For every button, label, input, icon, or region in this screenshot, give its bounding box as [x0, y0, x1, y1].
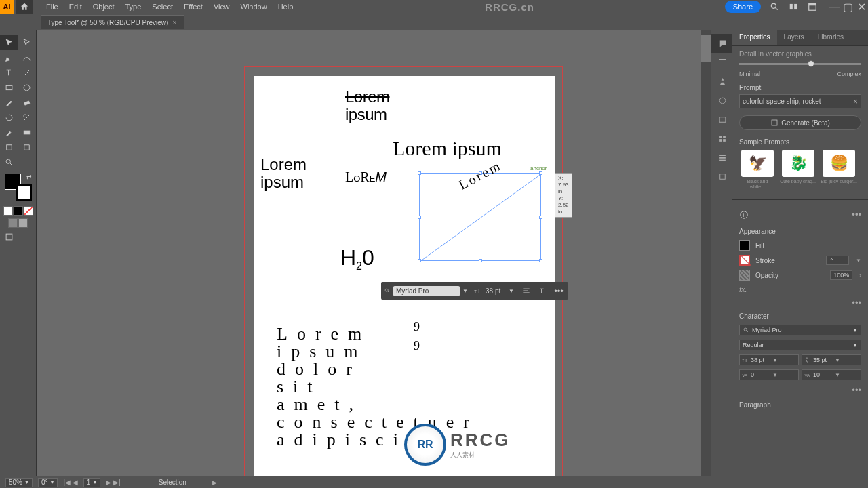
tab-layers[interactable]: Layers — [777, 30, 811, 45]
rectangle-tool[interactable] — [0, 80, 18, 95]
character-more-icon[interactable]: ••• — [852, 385, 861, 395]
rotate-input[interactable]: 0°▼ — [38, 478, 58, 487]
font-family-dropdown[interactable]: Myriad Pro ▼ — [739, 325, 861, 336]
selection-bounding-box[interactable] — [419, 173, 541, 261]
stroke-swatch[interactable] — [739, 255, 750, 266]
more-icon[interactable]: ••• — [852, 209, 861, 220]
text-t5[interactable]: H20 — [340, 245, 374, 272]
artboard-nav-input[interactable]: 1▼ — [83, 478, 101, 487]
text-t2[interactable]: Lorem ipsum — [393, 137, 502, 160]
menu-file[interactable]: File — [41, 3, 64, 11]
area-type-button[interactable]: T — [536, 284, 549, 298]
menu-object[interactable]: Object — [87, 3, 120, 11]
curvature-tool[interactable] — [18, 50, 37, 65]
panel-icon-color[interactable] — [711, 91, 733, 110]
appearance-more-icon[interactable]: ••• — [852, 298, 861, 308]
panel-icon-image[interactable] — [711, 53, 733, 72]
panel-icon-swatches[interactable] — [711, 129, 733, 148]
search-button[interactable] — [768, 0, 781, 14]
home-button[interactable] — [16, 0, 33, 14]
artboard[interactable]: Lorem ipsum Lorem ipsum Lorem ipsum LORE… — [254, 76, 555, 480]
minimize-button[interactable]: — — [827, 0, 841, 14]
opacity-input[interactable]: 100% — [830, 270, 852, 280]
panel-icon-brushes[interactable] — [711, 148, 733, 167]
paragraph-align-button[interactable] — [519, 284, 533, 298]
slice-tool[interactable] — [18, 140, 37, 155]
menu-select[interactable]: Select — [146, 3, 178, 11]
screen-mode-tool[interactable] — [0, 229, 18, 244]
color-mode-solid[interactable] — [3, 206, 13, 216]
hand-tool[interactable] — [18, 155, 37, 169]
menu-effect[interactable]: Effect — [178, 3, 208, 11]
spiral-tool[interactable] — [18, 80, 37, 95]
panel-icon-libraries[interactable] — [711, 110, 733, 129]
text-t3[interactable]: Lorem ipsum — [260, 156, 307, 191]
more-options-button[interactable]: ••• — [552, 284, 566, 298]
text-t7b[interactable]: 9 — [414, 339, 420, 353]
text-t7a[interactable]: 9 — [414, 320, 420, 334]
stroke-width-input[interactable]: ⌃ — [826, 256, 849, 265]
generate-button[interactable]: Generate (Beta) — [739, 115, 861, 130]
close-button[interactable]: ✕ — [854, 0, 868, 14]
share-button[interactable]: Share — [725, 1, 761, 13]
char-track-input[interactable]: VA ▼ — [802, 369, 861, 380]
font-search-icon[interactable] — [384, 287, 391, 294]
font-style-dropdown[interactable]: Regular ▼ — [739, 340, 861, 350]
sample-prompt-1[interactable]: 🦅 — [741, 150, 774, 177]
sample-prompt-3[interactable]: 🍔 — [823, 150, 855, 177]
font-size-dropdown-icon[interactable]: ▼ — [509, 288, 517, 294]
panel-icon-comment[interactable] — [711, 34, 733, 53]
tab-properties[interactable]: Properties — [732, 30, 777, 45]
arrange-button[interactable] — [787, 0, 800, 14]
stroke-dropdown-icon[interactable]: ▼ — [856, 258, 861, 264]
stroke-color-swatch[interactable] — [16, 184, 32, 201]
detail-slider[interactable] — [739, 63, 861, 65]
text-t6[interactable]: Lorem ipsum dolor sit amet, consectetuer… — [277, 325, 412, 449]
menu-help[interactable]: Help — [273, 3, 299, 11]
artboard-tool[interactable] — [0, 140, 18, 155]
tab-libraries[interactable]: Libraries — [811, 30, 850, 45]
color-mode-gradient[interactable] — [14, 206, 23, 216]
type-tool[interactable]: T — [0, 65, 18, 80]
rotate-tool[interactable] — [0, 110, 18, 125]
document-tab[interactable]: Type Tool* @ 50 % (RGB/CPU Preview) × — [41, 15, 184, 29]
scale-tool[interactable] — [18, 110, 37, 125]
font-dropdown-icon[interactable]: ▼ — [462, 288, 471, 294]
info-icon[interactable]: i — [739, 210, 749, 220]
menu-view[interactable]: View — [208, 3, 235, 11]
color-picker[interactable]: ⇄ — [5, 174, 32, 201]
eyedropper-tool[interactable] — [0, 125, 18, 140]
menu-type[interactable]: Type — [120, 3, 147, 11]
tab-close-icon[interactable]: × — [172, 18, 176, 26]
vertical-scrollbar[interactable] — [701, 30, 711, 480]
eraser-tool[interactable] — [18, 95, 37, 110]
line-tool[interactable] — [18, 65, 37, 80]
zoom-tool[interactable] — [0, 155, 18, 169]
drawing-mode-behind[interactable] — [18, 218, 28, 228]
prompt-clear-icon[interactable]: × — [853, 97, 858, 106]
panel-icon-people[interactable] — [711, 72, 733, 91]
char-size-input[interactable]: TT ▼ — [739, 354, 799, 365]
selection-tool[interactable] — [0, 35, 18, 50]
opacity-expand-icon[interactable]: › — [859, 272, 861, 279]
swap-colors-icon[interactable]: ⇄ — [26, 174, 32, 180]
sample-prompt-2[interactable]: 🐉 — [782, 150, 814, 177]
panel-icon-appearance[interactable] — [711, 167, 733, 186]
menu-edit[interactable]: Edit — [64, 3, 87, 11]
menu-window[interactable]: Window — [235, 3, 273, 11]
char-kern-input[interactable]: VA ▼ — [739, 369, 799, 380]
char-leading-input[interactable]: AA ▼ — [802, 354, 861, 365]
paintbrush-tool[interactable] — [0, 95, 18, 110]
pen-tool[interactable] — [0, 50, 18, 65]
fx-button[interactable]: fx. — [732, 283, 868, 296]
color-mode-none[interactable] — [24, 206, 33, 216]
prompt-input[interactable]: colorful space ship, rocket × — [739, 94, 861, 108]
drawing-mode-normal[interactable] — [8, 218, 18, 228]
fill-swatch[interactable] — [739, 240, 750, 251]
workspace-button[interactable] — [806, 0, 819, 14]
gradient-tool[interactable] — [18, 125, 37, 140]
canvas-area[interactable]: Lorem ipsum Lorem ipsum Lorem ipsum LORE… — [37, 30, 711, 480]
text-t1[interactable]: Lorem ipsum — [345, 88, 390, 123]
zoom-level-input[interactable]: 50%▼ — [5, 478, 33, 487]
text-t4[interactable]: LOREM — [345, 169, 387, 185]
